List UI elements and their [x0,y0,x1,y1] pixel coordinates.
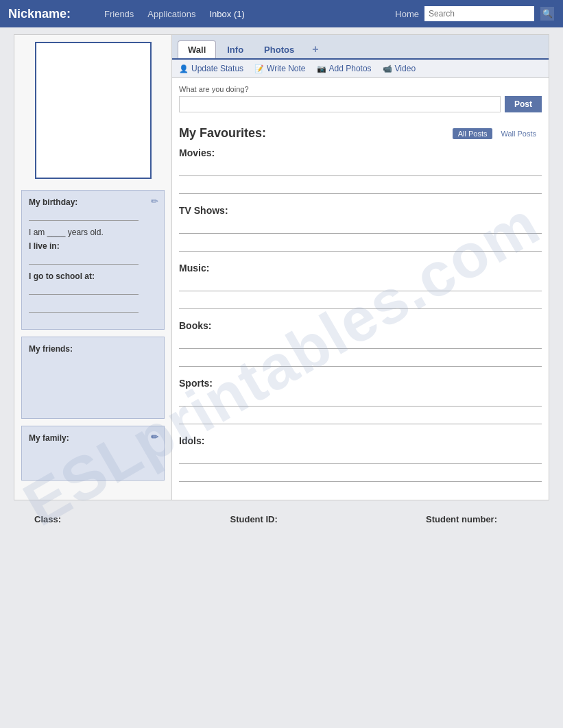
movies-label: Movies: [179,147,542,158]
update-status-label: Update Status [191,64,243,73]
navbar-link-applications[interactable]: Applications [147,9,195,19]
movies-line2 [179,180,542,194]
category-sports: Sports: [179,378,542,424]
page-footer: Class: Student ID: Student number: [14,514,549,524]
friends-section: My friends: [21,337,165,419]
category-movies: Movies: [179,147,542,194]
student-number-field: Student number: [426,514,529,524]
idols-label: Idols: [179,435,542,446]
status-question: What are you doing? [179,85,542,93]
action-bar: 👤 Update Status 📝 Write Note 📷 Add Photo… [172,60,549,78]
navbar-link-inbox[interactable]: Inbox (1) [209,9,244,19]
books-label: Books: [179,320,542,331]
all-posts-button[interactable]: All Posts [453,128,493,139]
search-input[interactable] [424,6,534,21]
video-label: Video [395,64,416,73]
sports-line1 [179,393,542,407]
school-line2 [29,302,139,313]
profile-photo [35,42,152,179]
favourites-title: My Favourites: [179,126,266,141]
tabs-bar: Wall Info Photos + [172,35,549,60]
page-background: ✏ My birthday: I am ____ years old. I li… [0,27,563,728]
school-line [29,284,139,295]
status-input[interactable] [179,96,501,112]
movies-line1 [179,162,542,176]
books-line1 [179,335,542,349]
favourites-section: My Favourites: All Posts Wall Posts Movi… [172,119,549,500]
action-add-photos[interactable]: 📷 Add Photos [317,64,372,73]
wall-posts-button[interactable]: Wall Posts [495,128,542,139]
birthday-label: My birthday: [29,197,157,207]
live-line [29,254,139,265]
tab-photos[interactable]: Photos [254,41,304,58]
family-label: My family: [29,433,69,443]
live-label: I live in: [29,241,157,251]
right-main: Wall Info Photos + 👤 Update Status 📝 Wri… [172,35,549,500]
category-books: Books: [179,320,542,367]
class-field: Class: [34,514,137,524]
music-line2 [179,295,542,309]
navbar-right: Home 🔍 [395,6,555,21]
add-photos-label: Add Photos [329,64,372,73]
navbar-link-friends[interactable]: Friends [104,9,134,19]
music-label: Music: [179,263,542,274]
tab-wall[interactable]: Wall [178,40,216,58]
info-edit-icon[interactable]: ✏ [151,196,158,206]
sports-line2 [179,411,542,424]
idols-line1 [179,450,542,464]
note-icon: 📝 [254,64,264,73]
category-idols: Idols: [179,435,542,482]
navbar-brand: Nickname: [8,7,91,21]
age-text: I am ____ years old. [29,228,157,237]
profile-container: ✏ My birthday: I am ____ years old. I li… [14,34,549,500]
posts-toggle: All Posts Wall Posts [453,128,542,139]
tab-add[interactable]: + [305,40,325,58]
search-button[interactable]: 🔍 [540,6,555,21]
tab-info[interactable]: Info [217,41,253,58]
friends-label: My friends: [29,344,73,354]
post-button[interactable]: Post [505,96,542,112]
info-section: ✏ My birthday: I am ____ years old. I li… [21,190,165,330]
status-box: What are you doing? Post [172,78,549,112]
category-tvshows: TV Shows: [179,205,542,252]
school-label: I go to school at: [29,271,157,281]
favourites-header: My Favourites: All Posts Wall Posts [179,126,542,141]
action-write-note[interactable]: 📝 Write Note [254,64,305,73]
status-input-row: Post [179,96,542,112]
sports-label: Sports: [179,378,542,389]
family-section: ✏ My family: [21,426,165,481]
books-line2 [179,353,542,367]
left-sidebar: ✏ My birthday: I am ____ years old. I li… [14,35,172,500]
navbar-home[interactable]: Home [395,9,419,19]
tvshows-label: TV Shows: [179,205,542,216]
camera-icon: 📷 [317,64,326,73]
navbar-links: Friends Applications Inbox (1) [104,9,381,19]
video-icon: 📹 [383,64,392,73]
write-note-label: Write Note [267,64,305,73]
user-icon: 👤 [179,64,189,73]
navbar: Nickname: Friends Applications Inbox (1)… [0,0,563,27]
action-update-status[interactable]: 👤 Update Status [179,64,243,73]
student-id-field: Student ID: [230,514,333,524]
action-video[interactable]: 📹 Video [383,64,416,73]
idols-line2 [179,468,542,482]
tvshows-line2 [179,238,542,252]
music-line1 [179,278,542,291]
birthday-line [29,210,139,221]
family-edit-icon[interactable]: ✏ [151,432,158,442]
category-music: Music: [179,263,542,309]
tvshows-line1 [179,220,542,234]
